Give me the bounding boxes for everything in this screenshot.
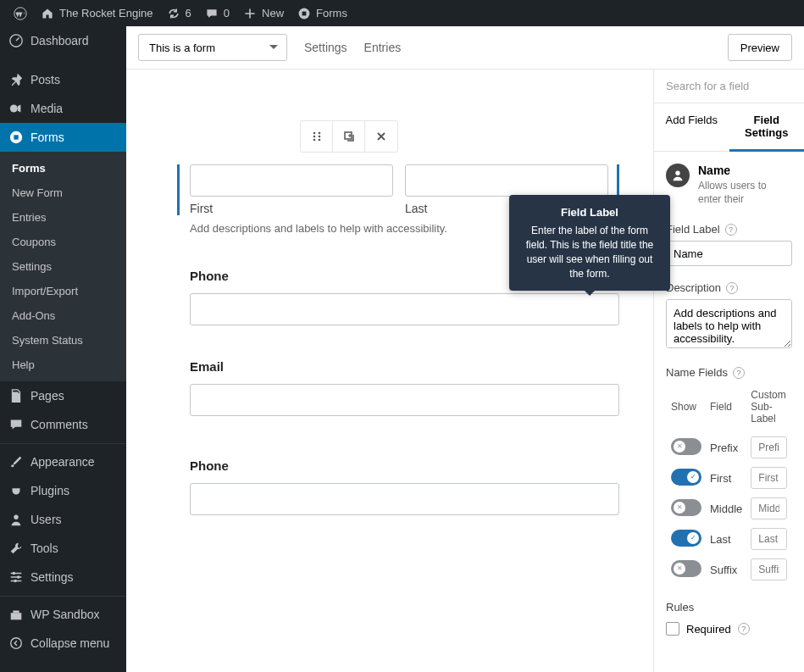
sandbox-icon xyxy=(8,607,24,622)
sliders-icon xyxy=(8,569,24,585)
email-field[interactable]: Email xyxy=(177,359,619,416)
menu-label: WP Sandbox xyxy=(30,608,99,621)
sublabel-first[interactable] xyxy=(751,467,787,489)
submenu-system-status[interactable]: System Status xyxy=(0,328,126,353)
tooltip-body: Enter the label of the form field. This … xyxy=(523,224,657,280)
tooltip-title: Field Label xyxy=(523,205,657,220)
help-icon[interactable]: ? xyxy=(726,282,738,294)
tab-field-settings[interactable]: Field Settings xyxy=(729,103,805,152)
menu-appearance[interactable]: Appearance xyxy=(0,447,126,476)
menu-forms[interactable]: Forms xyxy=(0,123,126,152)
tab-add-fields[interactable]: Add Fields xyxy=(654,103,729,151)
delete-button[interactable] xyxy=(365,121,397,152)
comments-link[interactable]: 0 xyxy=(198,0,236,26)
menu-collapse[interactable]: Collapse menu xyxy=(0,629,126,658)
new-label: New xyxy=(262,7,284,19)
menu-settings[interactable]: Settings xyxy=(0,563,126,591)
updates-count: 6 xyxy=(186,7,191,19)
submenu-import-export[interactable]: Import/Export xyxy=(0,279,126,303)
phone-input-2[interactable] xyxy=(190,483,619,515)
menu-comments[interactable]: Comments xyxy=(0,410,126,439)
menu-posts[interactable]: Posts xyxy=(0,65,126,94)
submenu-add-ons[interactable]: Add-Ons xyxy=(0,303,126,328)
form-selector[interactable]: This is a form xyxy=(138,34,287,61)
phone-field-2[interactable]: Phone xyxy=(177,458,619,515)
menu-label: Dashboard xyxy=(30,34,89,47)
brush-icon xyxy=(8,454,24,469)
required-checkbox[interactable] xyxy=(666,622,679,636)
forms-icon xyxy=(8,130,24,145)
user-icon xyxy=(8,512,24,527)
comment-icon xyxy=(205,7,219,20)
toggle-first[interactable] xyxy=(671,469,701,486)
description-textarea[interactable] xyxy=(666,299,792,348)
svg-point-14 xyxy=(318,132,320,135)
form-name: This is a form xyxy=(149,42,215,54)
menu-label: Settings xyxy=(30,570,74,584)
field-toolbar xyxy=(300,120,398,153)
site-link[interactable]: The Rocket Engine xyxy=(34,0,160,26)
new-link[interactable]: New xyxy=(236,0,291,26)
submenu-coupons[interactable]: Coupons xyxy=(0,230,126,254)
submenu-entries[interactable]: Entries xyxy=(0,205,126,230)
email-input[interactable] xyxy=(190,384,619,416)
field-label-input[interactable] xyxy=(666,241,792,266)
toggle-middle[interactable] xyxy=(671,499,701,516)
close-icon xyxy=(374,130,388,143)
entries-link[interactable]: Entries xyxy=(364,41,402,54)
field-label: Email xyxy=(190,359,619,374)
form-canvas: First Last Add descriptions and labels t… xyxy=(126,69,653,672)
svg-point-20 xyxy=(675,171,679,175)
sublabel-suffix[interactable] xyxy=(751,558,787,580)
sublabel-middle[interactable] xyxy=(751,497,787,519)
menu-users[interactable]: Users xyxy=(0,505,126,534)
name-fields-label: Name Fields xyxy=(666,366,728,379)
description-label: Description xyxy=(666,281,721,294)
sublabel-last[interactable] xyxy=(751,528,787,550)
submenu-help[interactable]: Help xyxy=(0,353,126,377)
svg-rect-11 xyxy=(11,613,22,619)
col-show: Show xyxy=(668,386,705,431)
sublabel-prefix[interactable] xyxy=(751,436,787,458)
forms-link[interactable]: Forms xyxy=(291,0,354,26)
menu-plugins[interactable]: Plugins xyxy=(0,476,126,505)
phone-input[interactable] xyxy=(190,293,619,325)
collapse-icon xyxy=(8,636,24,651)
submenu-settings[interactable]: Settings xyxy=(0,254,126,279)
updates-link[interactable]: 6 xyxy=(160,0,198,26)
help-icon[interactable]: ? xyxy=(733,367,745,379)
settings-panel: Add Fields Field Settings Name Allows us… xyxy=(653,69,804,672)
menu-dashboard[interactable]: Dashboard xyxy=(0,26,126,55)
wrench-icon xyxy=(8,541,24,556)
svg-point-4 xyxy=(10,105,18,113)
settings-link[interactable]: Settings xyxy=(304,41,347,54)
toggle-last[interactable] xyxy=(671,530,701,547)
first-name-input[interactable] xyxy=(190,164,393,197)
svg-point-9 xyxy=(17,575,20,579)
toggle-suffix[interactable] xyxy=(671,560,701,577)
row-label: Suffix xyxy=(707,555,746,584)
rules-title: Rules xyxy=(666,601,792,614)
row-label: Last xyxy=(707,525,746,553)
help-icon[interactable]: ? xyxy=(738,623,750,635)
site-title: The Rocket Engine xyxy=(59,7,153,19)
svg-point-17 xyxy=(313,139,315,142)
wp-logo[interactable] xyxy=(7,0,34,26)
duplicate-button[interactable] xyxy=(333,121,365,152)
help-icon[interactable]: ? xyxy=(725,224,737,236)
menu-pages[interactable]: Pages xyxy=(0,381,126,410)
drag-handle[interactable] xyxy=(301,121,333,152)
submenu-forms[interactable]: Forms xyxy=(0,156,126,180)
submenu-new-form[interactable]: New Form xyxy=(0,180,126,205)
preview-button[interactable]: Preview xyxy=(728,34,792,61)
menu-tools[interactable]: Tools xyxy=(0,534,126,563)
person-icon xyxy=(666,164,690,187)
toggle-prefix[interactable] xyxy=(671,438,701,455)
last-name-input[interactable] xyxy=(405,164,608,197)
menu-media[interactable]: Media xyxy=(0,94,126,123)
search-input[interactable] xyxy=(654,69,804,103)
svg-point-13 xyxy=(313,132,315,135)
field-type-name: Name xyxy=(698,164,792,177)
menu-label: Forms xyxy=(30,131,64,144)
menu-wp-sandbox[interactable]: WP Sandbox xyxy=(0,600,126,629)
